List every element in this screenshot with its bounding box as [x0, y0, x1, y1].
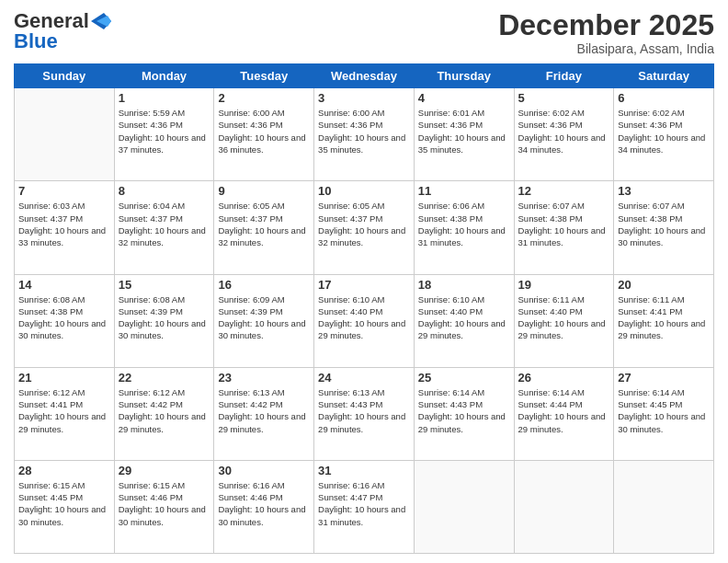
calendar-cell: 20Sunrise: 6:11 AM Sunset: 4:41 PM Dayli… — [614, 274, 714, 367]
calendar-cell: 18Sunrise: 6:10 AM Sunset: 4:40 PM Dayli… — [414, 274, 514, 367]
calendar-cell — [15, 88, 115, 181]
day-info: Sunrise: 6:11 AM Sunset: 4:40 PM Dayligh… — [518, 293, 610, 342]
day-info: Sunrise: 6:15 AM Sunset: 4:46 PM Dayligh… — [119, 479, 210, 528]
day-info: Sunrise: 6:13 AM Sunset: 4:43 PM Dayligh… — [318, 386, 410, 435]
day-info: Sunrise: 6:07 AM Sunset: 4:38 PM Dayligh… — [518, 200, 610, 248]
calendar-cell: 11Sunrise: 6:06 AM Sunset: 4:38 PM Dayli… — [414, 181, 514, 274]
subtitle: Bilasipara, Assam, India — [498, 41, 714, 56]
day-number: 8 — [119, 184, 210, 198]
day-number: 2 — [218, 91, 310, 105]
day-info: Sunrise: 6:02 AM Sunset: 4:36 PM Dayligh… — [618, 107, 710, 155]
calendar-cell: 25Sunrise: 6:14 AM Sunset: 4:43 PM Dayli… — [414, 367, 514, 460]
header: General Blue December 2025 Bilasipara, A… — [14, 9, 714, 56]
calendar-day-header: Sunday — [15, 64, 115, 88]
day-number: 6 — [618, 91, 710, 105]
day-number: 21 — [18, 371, 110, 385]
calendar-cell: 23Sunrise: 6:13 AM Sunset: 4:42 PM Dayli… — [214, 367, 314, 460]
day-info: Sunrise: 6:08 AM Sunset: 4:39 PM Dayligh… — [119, 293, 210, 342]
day-number: 29 — [119, 464, 210, 477]
day-info: Sunrise: 6:14 AM Sunset: 4:45 PM Dayligh… — [618, 386, 710, 435]
calendar-cell: 15Sunrise: 6:08 AM Sunset: 4:39 PM Dayli… — [114, 274, 214, 367]
calendar-cell: 14Sunrise: 6:08 AM Sunset: 4:38 PM Dayli… — [15, 274, 115, 367]
title-section: December 2025 Bilasipara, Assam, India — [498, 9, 714, 56]
main-title: December 2025 — [498, 9, 714, 41]
calendar-cell: 5Sunrise: 6:02 AM Sunset: 4:36 PM Daylig… — [514, 88, 614, 181]
calendar-cell: 28Sunrise: 6:15 AM Sunset: 4:45 PM Dayli… — [15, 460, 115, 553]
day-info: Sunrise: 6:07 AM Sunset: 4:38 PM Dayligh… — [618, 200, 710, 248]
day-info: Sunrise: 6:00 AM Sunset: 4:36 PM Dayligh… — [218, 107, 310, 155]
calendar-cell: 2Sunrise: 6:00 AM Sunset: 4:36 PM Daylig… — [214, 88, 314, 181]
day-info: Sunrise: 6:04 AM Sunset: 4:37 PM Dayligh… — [119, 200, 210, 248]
calendar-cell: 29Sunrise: 6:15 AM Sunset: 4:46 PM Dayli… — [114, 460, 214, 553]
calendar-cell: 7Sunrise: 6:03 AM Sunset: 4:37 PM Daylig… — [15, 181, 115, 274]
calendar-cell: 10Sunrise: 6:05 AM Sunset: 4:37 PM Dayli… — [314, 181, 415, 274]
calendar-day-header: Saturday — [614, 64, 714, 88]
day-number: 15 — [119, 278, 210, 292]
day-number: 1 — [119, 91, 210, 105]
calendar-cell — [414, 460, 514, 553]
calendar-table: SundayMondayTuesdayWednesdayThursdayFrid… — [14, 63, 714, 554]
calendar-day-header: Wednesday — [314, 64, 415, 88]
day-number: 14 — [18, 278, 110, 292]
day-info: Sunrise: 6:05 AM Sunset: 4:37 PM Dayligh… — [318, 200, 410, 248]
calendar-day-header: Friday — [514, 64, 614, 88]
day-number: 4 — [418, 91, 510, 105]
day-info: Sunrise: 6:06 AM Sunset: 4:38 PM Dayligh… — [418, 200, 510, 248]
logo-blue: Blue — [14, 29, 58, 53]
day-number: 13 — [618, 184, 710, 198]
calendar-cell: 3Sunrise: 6:00 AM Sunset: 4:36 PM Daylig… — [314, 88, 415, 181]
day-info: Sunrise: 6:05 AM Sunset: 4:37 PM Dayligh… — [218, 200, 310, 248]
day-info: Sunrise: 6:12 AM Sunset: 4:42 PM Dayligh… — [119, 386, 210, 435]
calendar-cell: 8Sunrise: 6:04 AM Sunset: 4:37 PM Daylig… — [114, 181, 214, 274]
calendar-week-row: 21Sunrise: 6:12 AM Sunset: 4:41 PM Dayli… — [15, 367, 714, 460]
calendar-cell: 1Sunrise: 5:59 AM Sunset: 4:36 PM Daylig… — [114, 88, 214, 181]
calendar-cell: 26Sunrise: 6:14 AM Sunset: 4:44 PM Dayli… — [514, 367, 614, 460]
day-info: Sunrise: 6:02 AM Sunset: 4:36 PM Dayligh… — [518, 107, 610, 155]
logo: General Blue — [14, 9, 111, 53]
calendar-cell: 21Sunrise: 6:12 AM Sunset: 4:41 PM Dayli… — [15, 367, 115, 460]
calendar-cell: 6Sunrise: 6:02 AM Sunset: 4:36 PM Daylig… — [614, 88, 714, 181]
day-info: Sunrise: 5:59 AM Sunset: 4:36 PM Dayligh… — [119, 107, 210, 155]
calendar-week-row: 14Sunrise: 6:08 AM Sunset: 4:38 PM Dayli… — [15, 274, 714, 367]
day-info: Sunrise: 6:10 AM Sunset: 4:40 PM Dayligh… — [418, 293, 510, 342]
calendar-cell: 22Sunrise: 6:12 AM Sunset: 4:42 PM Dayli… — [114, 367, 214, 460]
day-info: Sunrise: 6:10 AM Sunset: 4:40 PM Dayligh… — [318, 293, 410, 342]
calendar-header-row: SundayMondayTuesdayWednesdayThursdayFrid… — [15, 64, 714, 88]
day-number: 22 — [119, 371, 210, 385]
day-number: 30 — [218, 464, 310, 477]
calendar-cell — [614, 460, 714, 553]
day-info: Sunrise: 6:16 AM Sunset: 4:46 PM Dayligh… — [218, 479, 310, 528]
day-info: Sunrise: 6:16 AM Sunset: 4:47 PM Dayligh… — [318, 479, 410, 528]
calendar-week-row: 7Sunrise: 6:03 AM Sunset: 4:37 PM Daylig… — [15, 181, 714, 274]
calendar-day-header: Thursday — [414, 64, 514, 88]
day-info: Sunrise: 6:14 AM Sunset: 4:43 PM Dayligh… — [418, 386, 510, 435]
day-info: Sunrise: 6:00 AM Sunset: 4:36 PM Dayligh… — [318, 107, 410, 155]
day-number: 10 — [318, 184, 410, 198]
day-info: Sunrise: 6:09 AM Sunset: 4:39 PM Dayligh… — [218, 293, 310, 342]
day-number: 3 — [318, 91, 410, 105]
calendar-week-row: 28Sunrise: 6:15 AM Sunset: 4:45 PM Dayli… — [15, 460, 714, 553]
calendar-cell — [514, 460, 614, 553]
day-number: 11 — [418, 184, 510, 198]
day-info: Sunrise: 6:12 AM Sunset: 4:41 PM Dayligh… — [18, 386, 110, 435]
day-number: 7 — [18, 184, 110, 198]
day-number: 18 — [418, 278, 510, 292]
logo-bird-icon — [91, 13, 111, 29]
day-number: 31 — [318, 464, 410, 477]
calendar-day-header: Tuesday — [214, 64, 314, 88]
calendar-cell: 12Sunrise: 6:07 AM Sunset: 4:38 PM Dayli… — [514, 181, 614, 274]
day-number: 28 — [18, 464, 110, 477]
calendar-week-row: 1Sunrise: 5:59 AM Sunset: 4:36 PM Daylig… — [15, 88, 714, 181]
day-number: 24 — [318, 371, 410, 385]
calendar-cell: 30Sunrise: 6:16 AM Sunset: 4:46 PM Dayli… — [214, 460, 314, 553]
day-number: 17 — [318, 278, 410, 292]
day-info: Sunrise: 6:15 AM Sunset: 4:45 PM Dayligh… — [18, 479, 110, 528]
calendar-cell: 27Sunrise: 6:14 AM Sunset: 4:45 PM Dayli… — [614, 367, 714, 460]
day-info: Sunrise: 6:03 AM Sunset: 4:37 PM Dayligh… — [18, 200, 110, 248]
day-number: 19 — [518, 278, 610, 292]
page: General Blue December 2025 Bilasipara, A… — [0, 0, 728, 563]
calendar-cell: 13Sunrise: 6:07 AM Sunset: 4:38 PM Dayli… — [614, 181, 714, 274]
day-number: 16 — [218, 278, 310, 292]
calendar-cell: 24Sunrise: 6:13 AM Sunset: 4:43 PM Dayli… — [314, 367, 415, 460]
day-info: Sunrise: 6:14 AM Sunset: 4:44 PM Dayligh… — [518, 386, 610, 435]
